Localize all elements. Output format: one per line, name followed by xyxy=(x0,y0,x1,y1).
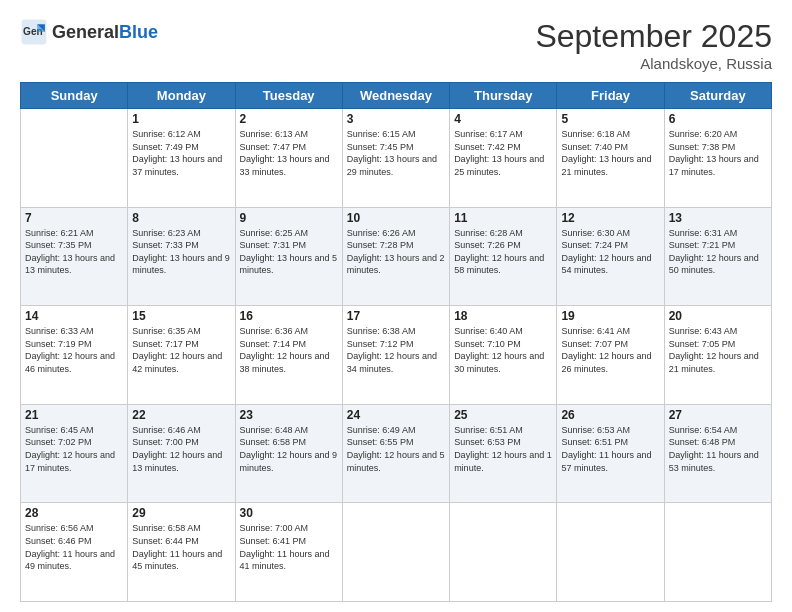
day-info: Sunrise: 6:35 AM Sunset: 7:17 PM Dayligh… xyxy=(132,325,230,375)
table-row: 21Sunrise: 6:45 AM Sunset: 7:02 PM Dayli… xyxy=(21,404,128,503)
table-row: 14Sunrise: 6:33 AM Sunset: 7:19 PM Dayli… xyxy=(21,306,128,405)
day-info: Sunrise: 6:26 AM Sunset: 7:28 PM Dayligh… xyxy=(347,227,445,277)
day-number: 17 xyxy=(347,309,445,323)
day-info: Sunrise: 6:21 AM Sunset: 7:35 PM Dayligh… xyxy=(25,227,123,277)
col-sunday: Sunday xyxy=(21,83,128,109)
day-info: Sunrise: 6:30 AM Sunset: 7:24 PM Dayligh… xyxy=(561,227,659,277)
calendar-week-row: 7Sunrise: 6:21 AM Sunset: 7:35 PM Daylig… xyxy=(21,207,772,306)
table-row: 16Sunrise: 6:36 AM Sunset: 7:14 PM Dayli… xyxy=(235,306,342,405)
day-info: Sunrise: 6:53 AM Sunset: 6:51 PM Dayligh… xyxy=(561,424,659,474)
day-info: Sunrise: 6:40 AM Sunset: 7:10 PM Dayligh… xyxy=(454,325,552,375)
table-row: 27Sunrise: 6:54 AM Sunset: 6:48 PM Dayli… xyxy=(664,404,771,503)
day-number: 19 xyxy=(561,309,659,323)
table-row xyxy=(21,109,128,208)
day-number: 5 xyxy=(561,112,659,126)
table-row: 10Sunrise: 6:26 AM Sunset: 7:28 PM Dayli… xyxy=(342,207,449,306)
day-info: Sunrise: 6:48 AM Sunset: 6:58 PM Dayligh… xyxy=(240,424,338,474)
day-number: 14 xyxy=(25,309,123,323)
day-info: Sunrise: 6:54 AM Sunset: 6:48 PM Dayligh… xyxy=(669,424,767,474)
day-number: 24 xyxy=(347,408,445,422)
table-row: 15Sunrise: 6:35 AM Sunset: 7:17 PM Dayli… xyxy=(128,306,235,405)
day-number: 28 xyxy=(25,506,123,520)
table-row: 12Sunrise: 6:30 AM Sunset: 7:24 PM Dayli… xyxy=(557,207,664,306)
day-info: Sunrise: 6:33 AM Sunset: 7:19 PM Dayligh… xyxy=(25,325,123,375)
day-number: 18 xyxy=(454,309,552,323)
day-number: 8 xyxy=(132,211,230,225)
table-row: 28Sunrise: 6:56 AM Sunset: 6:46 PM Dayli… xyxy=(21,503,128,602)
logo-icon: Gen xyxy=(20,18,48,46)
day-info: Sunrise: 6:15 AM Sunset: 7:45 PM Dayligh… xyxy=(347,128,445,178)
table-row: 18Sunrise: 6:40 AM Sunset: 7:10 PM Dayli… xyxy=(450,306,557,405)
day-number: 16 xyxy=(240,309,338,323)
calendar-header-row: Sunday Monday Tuesday Wednesday Thursday… xyxy=(21,83,772,109)
day-number: 1 xyxy=(132,112,230,126)
table-row: 23Sunrise: 6:48 AM Sunset: 6:58 PM Dayli… xyxy=(235,404,342,503)
col-wednesday: Wednesday xyxy=(342,83,449,109)
calendar-week-row: 28Sunrise: 6:56 AM Sunset: 6:46 PM Dayli… xyxy=(21,503,772,602)
col-thursday: Thursday xyxy=(450,83,557,109)
calendar-week-row: 14Sunrise: 6:33 AM Sunset: 7:19 PM Dayli… xyxy=(21,306,772,405)
logo-blue: Blue xyxy=(119,22,158,42)
day-info: Sunrise: 6:38 AM Sunset: 7:12 PM Dayligh… xyxy=(347,325,445,375)
day-info: Sunrise: 6:17 AM Sunset: 7:42 PM Dayligh… xyxy=(454,128,552,178)
day-number: 6 xyxy=(669,112,767,126)
day-number: 26 xyxy=(561,408,659,422)
table-row xyxy=(450,503,557,602)
col-tuesday: Tuesday xyxy=(235,83,342,109)
day-number: 10 xyxy=(347,211,445,225)
day-info: Sunrise: 6:18 AM Sunset: 7:40 PM Dayligh… xyxy=(561,128,659,178)
day-number: 3 xyxy=(347,112,445,126)
logo-wordmark: GeneralBlue xyxy=(52,22,158,43)
day-number: 20 xyxy=(669,309,767,323)
table-row: 11Sunrise: 6:28 AM Sunset: 7:26 PM Dayli… xyxy=(450,207,557,306)
day-number: 9 xyxy=(240,211,338,225)
table-row: 4Sunrise: 6:17 AM Sunset: 7:42 PM Daylig… xyxy=(450,109,557,208)
day-info: Sunrise: 6:23 AM Sunset: 7:33 PM Dayligh… xyxy=(132,227,230,277)
table-row xyxy=(342,503,449,602)
table-row: 26Sunrise: 6:53 AM Sunset: 6:51 PM Dayli… xyxy=(557,404,664,503)
col-saturday: Saturday xyxy=(664,83,771,109)
day-number: 23 xyxy=(240,408,338,422)
table-row: 7Sunrise: 6:21 AM Sunset: 7:35 PM Daylig… xyxy=(21,207,128,306)
day-number: 15 xyxy=(132,309,230,323)
day-info: Sunrise: 6:43 AM Sunset: 7:05 PM Dayligh… xyxy=(669,325,767,375)
day-number: 13 xyxy=(669,211,767,225)
table-row: 29Sunrise: 6:58 AM Sunset: 6:44 PM Dayli… xyxy=(128,503,235,602)
page: Gen GeneralBlue September 2025 Alandskoy… xyxy=(0,0,792,612)
day-info: Sunrise: 6:20 AM Sunset: 7:38 PM Dayligh… xyxy=(669,128,767,178)
day-number: 22 xyxy=(132,408,230,422)
day-info: Sunrise: 6:13 AM Sunset: 7:47 PM Dayligh… xyxy=(240,128,338,178)
table-row xyxy=(557,503,664,602)
day-info: Sunrise: 6:46 AM Sunset: 7:00 PM Dayligh… xyxy=(132,424,230,474)
table-row: 5Sunrise: 6:18 AM Sunset: 7:40 PM Daylig… xyxy=(557,109,664,208)
day-info: Sunrise: 6:58 AM Sunset: 6:44 PM Dayligh… xyxy=(132,522,230,572)
day-number: 4 xyxy=(454,112,552,126)
table-row: 19Sunrise: 6:41 AM Sunset: 7:07 PM Dayli… xyxy=(557,306,664,405)
day-number: 2 xyxy=(240,112,338,126)
day-info: Sunrise: 6:25 AM Sunset: 7:31 PM Dayligh… xyxy=(240,227,338,277)
title-block: September 2025 Alandskoye, Russia xyxy=(535,18,772,72)
day-number: 25 xyxy=(454,408,552,422)
logo-general: General xyxy=(52,22,119,42)
day-info: Sunrise: 6:49 AM Sunset: 6:55 PM Dayligh… xyxy=(347,424,445,474)
day-info: Sunrise: 6:12 AM Sunset: 7:49 PM Dayligh… xyxy=(132,128,230,178)
table-row: 6Sunrise: 6:20 AM Sunset: 7:38 PM Daylig… xyxy=(664,109,771,208)
day-info: Sunrise: 6:56 AM Sunset: 6:46 PM Dayligh… xyxy=(25,522,123,572)
table-row xyxy=(664,503,771,602)
table-row: 24Sunrise: 6:49 AM Sunset: 6:55 PM Dayli… xyxy=(342,404,449,503)
table-row: 20Sunrise: 6:43 AM Sunset: 7:05 PM Dayli… xyxy=(664,306,771,405)
table-row: 8Sunrise: 6:23 AM Sunset: 7:33 PM Daylig… xyxy=(128,207,235,306)
day-number: 21 xyxy=(25,408,123,422)
table-row: 1Sunrise: 6:12 AM Sunset: 7:49 PM Daylig… xyxy=(128,109,235,208)
table-row: 22Sunrise: 6:46 AM Sunset: 7:00 PM Dayli… xyxy=(128,404,235,503)
day-number: 27 xyxy=(669,408,767,422)
day-number: 11 xyxy=(454,211,552,225)
day-info: Sunrise: 6:28 AM Sunset: 7:26 PM Dayligh… xyxy=(454,227,552,277)
calendar-title: September 2025 xyxy=(535,18,772,55)
table-row: 3Sunrise: 6:15 AM Sunset: 7:45 PM Daylig… xyxy=(342,109,449,208)
header: Gen GeneralBlue September 2025 Alandskoy… xyxy=(20,18,772,72)
table-row: 17Sunrise: 6:38 AM Sunset: 7:12 PM Dayli… xyxy=(342,306,449,405)
day-number: 7 xyxy=(25,211,123,225)
day-info: Sunrise: 6:31 AM Sunset: 7:21 PM Dayligh… xyxy=(669,227,767,277)
table-row: 13Sunrise: 6:31 AM Sunset: 7:21 PM Dayli… xyxy=(664,207,771,306)
